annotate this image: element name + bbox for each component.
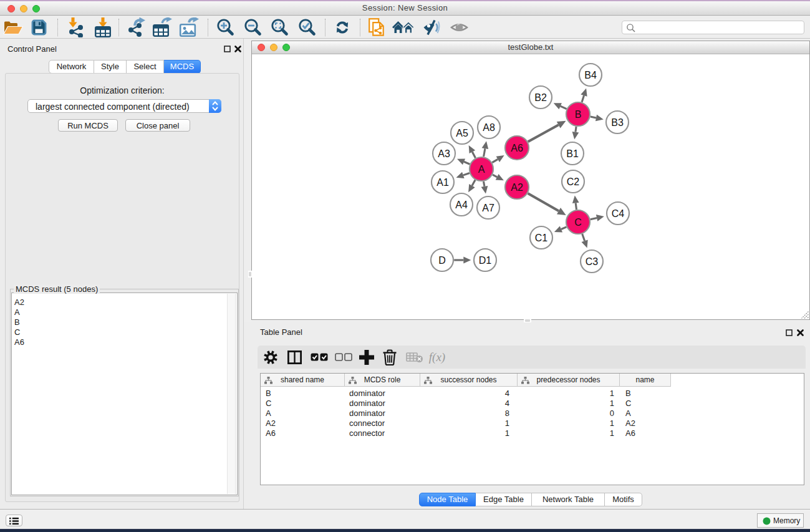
svg-text:A6: A6 [511, 143, 523, 153]
svg-text:B2: B2 [534, 92, 547, 103]
svg-text:A: A [478, 164, 485, 175]
svg-text:C: C [574, 217, 582, 228]
svg-text:C2: C2 [567, 177, 580, 187]
svg-text:A2: A2 [511, 182, 523, 193]
svg-text:C4: C4 [612, 208, 625, 219]
svg-text:C3: C3 [586, 256, 599, 267]
svg-text:A8: A8 [483, 122, 495, 133]
svg-text:B3: B3 [611, 117, 624, 128]
svg-text:B: B [575, 109, 582, 120]
svg-text:D: D [438, 255, 446, 266]
svg-text:D1: D1 [479, 255, 492, 266]
svg-text:B4: B4 [584, 70, 597, 80]
svg-text:A7: A7 [482, 203, 494, 213]
svg-text:A4: A4 [455, 200, 468, 210]
svg-text:A5: A5 [456, 128, 468, 138]
svg-text:A3: A3 [438, 148, 450, 159]
svg-text:B1: B1 [566, 148, 579, 159]
svg-text:A1: A1 [436, 177, 449, 188]
svg-text:C1: C1 [535, 233, 548, 243]
